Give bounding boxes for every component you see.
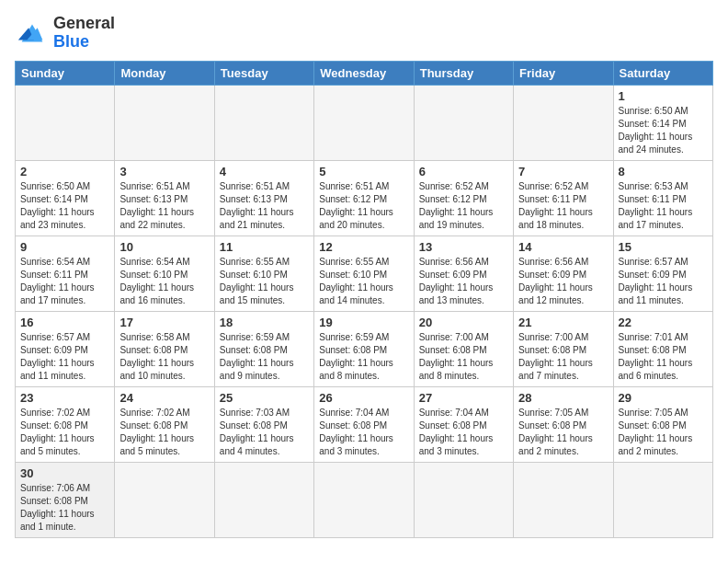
- weekday-header-row: SundayMondayTuesdayWednesdayThursdayFrid…: [16, 61, 713, 85]
- calendar-cell: 18Sunrise: 6:59 AM Sunset: 6:08 PM Dayli…: [214, 311, 313, 386]
- day-info: Sunrise: 6:58 AM Sunset: 6:08 PM Dayligh…: [119, 331, 209, 383]
- day-info: Sunrise: 7:05 AM Sunset: 6:08 PM Dayligh…: [518, 407, 608, 458]
- week-row-1: 1Sunrise: 6:50 AM Sunset: 6:14 PM Daylig…: [16, 85, 713, 160]
- day-info: Sunrise: 7:03 AM Sunset: 6:08 PM Dayligh…: [220, 407, 309, 458]
- day-info: Sunrise: 6:55 AM Sunset: 6:10 PM Dayligh…: [220, 256, 309, 307]
- week-row-6: 30Sunrise: 7:06 AM Sunset: 6:08 PM Dayli…: [16, 462, 713, 537]
- day-info: Sunrise: 6:57 AM Sunset: 6:09 PM Dayligh…: [20, 331, 109, 383]
- day-number: 26: [319, 391, 408, 405]
- logo-text: General Blue: [53, 15, 115, 52]
- day-number: 10: [119, 240, 209, 254]
- day-number: 11: [220, 240, 309, 254]
- day-info: Sunrise: 6:52 AM Sunset: 6:12 PM Dayligh…: [419, 180, 508, 232]
- calendar-cell: 5Sunrise: 6:51 AM Sunset: 6:12 PM Daylig…: [314, 160, 414, 236]
- calendar-cell: [514, 85, 613, 160]
- day-number: 20: [419, 316, 508, 329]
- calendar-cell: 20Sunrise: 7:00 AM Sunset: 6:08 PM Dayli…: [414, 311, 513, 386]
- day-info: Sunrise: 7:04 AM Sunset: 6:08 PM Dayligh…: [319, 407, 408, 458]
- calendar-cell: [115, 462, 214, 537]
- day-info: Sunrise: 6:51 AM Sunset: 6:12 PM Dayligh…: [319, 180, 408, 232]
- day-info: Sunrise: 7:00 AM Sunset: 6:08 PM Dayligh…: [419, 331, 508, 383]
- day-info: Sunrise: 6:54 AM Sunset: 6:11 PM Dayligh…: [20, 256, 109, 307]
- calendar-cell: 9Sunrise: 6:54 AM Sunset: 6:11 PM Daylig…: [16, 236, 115, 311]
- calendar-cell: 12Sunrise: 6:55 AM Sunset: 6:10 PM Dayli…: [314, 236, 414, 311]
- week-row-4: 16Sunrise: 6:57 AM Sunset: 6:09 PM Dayli…: [16, 311, 713, 386]
- calendar-cell: 14Sunrise: 6:56 AM Sunset: 6:09 PM Dayli…: [514, 236, 613, 311]
- day-number: 25: [220, 391, 309, 405]
- day-info: Sunrise: 6:50 AM Sunset: 6:14 PM Dayligh…: [619, 105, 708, 156]
- day-info: Sunrise: 6:52 AM Sunset: 6:11 PM Dayligh…: [518, 180, 608, 232]
- logo-icon: [15, 16, 50, 51]
- day-info: Sunrise: 6:57 AM Sunset: 6:09 PM Dayligh…: [619, 256, 708, 307]
- day-number: 4: [220, 165, 309, 178]
- calendar-cell: 13Sunrise: 6:56 AM Sunset: 6:09 PM Dayli…: [414, 236, 513, 311]
- day-info: Sunrise: 6:56 AM Sunset: 6:09 PM Dayligh…: [419, 256, 508, 307]
- logo: General Blue: [15, 15, 115, 52]
- weekday-header-thursday: Thursday: [414, 61, 513, 85]
- calendar-cell: [214, 462, 313, 537]
- calendar-cell: 17Sunrise: 6:58 AM Sunset: 6:08 PM Dayli…: [115, 311, 214, 386]
- calendar-cell: 11Sunrise: 6:55 AM Sunset: 6:10 PM Dayli…: [214, 236, 313, 311]
- day-info: Sunrise: 6:56 AM Sunset: 6:09 PM Dayligh…: [518, 256, 608, 307]
- day-number: 3: [119, 165, 209, 178]
- calendar-cell: 15Sunrise: 6:57 AM Sunset: 6:09 PM Dayli…: [613, 236, 712, 311]
- week-row-3: 9Sunrise: 6:54 AM Sunset: 6:11 PM Daylig…: [16, 236, 713, 311]
- day-number: 12: [319, 240, 408, 254]
- day-info: Sunrise: 7:06 AM Sunset: 6:08 PM Dayligh…: [20, 482, 109, 534]
- day-number: 22: [619, 316, 708, 329]
- day-number: 15: [619, 240, 708, 254]
- day-info: Sunrise: 6:59 AM Sunset: 6:08 PM Dayligh…: [220, 331, 309, 383]
- day-number: 24: [119, 391, 209, 405]
- day-info: Sunrise: 7:02 AM Sunset: 6:08 PM Dayligh…: [119, 407, 209, 458]
- calendar-cell: 25Sunrise: 7:03 AM Sunset: 6:08 PM Dayli…: [214, 386, 313, 462]
- calendar-cell: 29Sunrise: 7:05 AM Sunset: 6:08 PM Dayli…: [613, 386, 712, 462]
- weekday-header-saturday: Saturday: [613, 61, 712, 85]
- day-info: Sunrise: 7:05 AM Sunset: 6:08 PM Dayligh…: [619, 407, 708, 458]
- calendar-cell: 23Sunrise: 7:02 AM Sunset: 6:08 PM Dayli…: [16, 386, 115, 462]
- day-number: 6: [419, 165, 508, 178]
- day-info: Sunrise: 6:51 AM Sunset: 6:13 PM Dayligh…: [119, 180, 209, 232]
- calendar-cell: 10Sunrise: 6:54 AM Sunset: 6:10 PM Dayli…: [115, 236, 214, 311]
- day-info: Sunrise: 6:50 AM Sunset: 6:14 PM Dayligh…: [20, 180, 109, 232]
- day-number: 23: [20, 391, 109, 405]
- week-row-2: 2Sunrise: 6:50 AM Sunset: 6:14 PM Daylig…: [16, 160, 713, 236]
- day-number: 9: [20, 240, 109, 254]
- calendar-cell: [16, 85, 115, 160]
- calendar-cell: [414, 85, 513, 160]
- day-number: 14: [518, 240, 608, 254]
- weekday-header-monday: Monday: [115, 61, 214, 85]
- day-info: Sunrise: 7:04 AM Sunset: 6:08 PM Dayligh…: [419, 407, 508, 458]
- day-number: 8: [619, 165, 708, 178]
- day-info: Sunrise: 7:01 AM Sunset: 6:08 PM Dayligh…: [619, 331, 708, 383]
- calendar-table: SundayMondayTuesdayWednesdayThursdayFrid…: [15, 61, 713, 538]
- calendar-cell: [514, 462, 613, 537]
- day-info: Sunrise: 6:59 AM Sunset: 6:08 PM Dayligh…: [319, 331, 408, 383]
- calendar-cell: [314, 85, 414, 160]
- day-number: 16: [20, 316, 109, 329]
- calendar-cell: [115, 85, 214, 160]
- calendar-cell: [314, 462, 414, 537]
- day-number: 28: [518, 391, 608, 405]
- day-number: 27: [419, 391, 508, 405]
- week-row-5: 23Sunrise: 7:02 AM Sunset: 6:08 PM Dayli…: [16, 386, 713, 462]
- weekday-header-friday: Friday: [514, 61, 613, 85]
- calendar-cell: [414, 462, 513, 537]
- day-number: 19: [319, 316, 408, 329]
- calendar-cell: 21Sunrise: 7:00 AM Sunset: 6:08 PM Dayli…: [514, 311, 613, 386]
- calendar-cell: 6Sunrise: 6:52 AM Sunset: 6:12 PM Daylig…: [414, 160, 513, 236]
- day-number: 1: [619, 89, 708, 103]
- day-number: 5: [319, 165, 408, 178]
- day-info: Sunrise: 7:00 AM Sunset: 6:08 PM Dayligh…: [518, 331, 608, 383]
- calendar-cell: [214, 85, 313, 160]
- calendar-cell: 3Sunrise: 6:51 AM Sunset: 6:13 PM Daylig…: [115, 160, 214, 236]
- day-info: Sunrise: 6:51 AM Sunset: 6:13 PM Dayligh…: [220, 180, 309, 232]
- calendar-cell: 28Sunrise: 7:05 AM Sunset: 6:08 PM Dayli…: [514, 386, 613, 462]
- day-info: Sunrise: 6:53 AM Sunset: 6:11 PM Dayligh…: [619, 180, 708, 232]
- calendar-cell: 26Sunrise: 7:04 AM Sunset: 6:08 PM Dayli…: [314, 386, 414, 462]
- calendar-cell: 24Sunrise: 7:02 AM Sunset: 6:08 PM Dayli…: [115, 386, 214, 462]
- weekday-header-wednesday: Wednesday: [314, 61, 414, 85]
- calendar-cell: 1Sunrise: 6:50 AM Sunset: 6:14 PM Daylig…: [613, 85, 712, 160]
- calendar-cell: 7Sunrise: 6:52 AM Sunset: 6:11 PM Daylig…: [514, 160, 613, 236]
- calendar-cell: 19Sunrise: 6:59 AM Sunset: 6:08 PM Dayli…: [314, 311, 414, 386]
- calendar-cell: 2Sunrise: 6:50 AM Sunset: 6:14 PM Daylig…: [16, 160, 115, 236]
